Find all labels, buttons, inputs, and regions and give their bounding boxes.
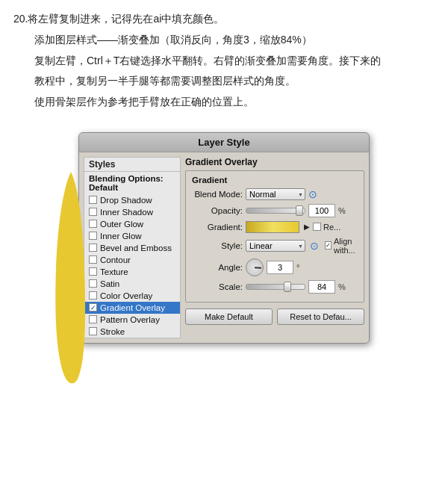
dialog-container: Layer Style Styles Blending Options: Def…: [78, 132, 370, 344]
blend-mode-select[interactable]: Normal: [246, 188, 305, 200]
make-default-button[interactable]: Make Default: [185, 309, 273, 325]
blend-mode-icon: ⊙: [308, 188, 317, 200]
blend-mode-label: Blend Mode:: [192, 190, 243, 199]
gradient-field-label: Gradient:: [192, 223, 243, 232]
align-checkbox[interactable]: ✓: [325, 241, 332, 249]
instructions-text: 20.将左臂复制进来，记得先在ai中填充颜色。 添加图层样式——渐变叠加（取消反…: [0, 0, 448, 122]
blend-mode-row: Blend Mode: Normal ⊙: [192, 188, 358, 200]
instruction-line-1: 20.将左臂复制进来，记得先在ai中填充颜色。: [13, 10, 435, 28]
instruction-line-3: 复制左臂，Ctrl＋T右键选择水平翻转。右臂的渐变叠加需要角度。接下来的: [13, 52, 435, 70]
angle-label: Angle:: [192, 263, 243, 272]
scale-row: Scale: %: [192, 280, 358, 294]
degree-symbol: °: [296, 263, 299, 272]
style-row: Style: Linear ⊙ ✓ Align with...: [192, 237, 358, 255]
align-label: Align with...: [334, 237, 358, 255]
scale-input[interactable]: [308, 280, 335, 294]
angle-input[interactable]: [267, 261, 293, 274]
blend-mode-select-wrap[interactable]: Normal: [246, 188, 305, 200]
gradient-row: Gradient: ▶ Re...: [192, 221, 358, 233]
align-check: ✓ Align with...: [325, 237, 358, 255]
button-row: Make Default Reset to Defau...: [185, 309, 364, 325]
reset-to-default-button[interactable]: Reset to Defau...: [277, 309, 364, 325]
angle-line: [255, 267, 261, 268]
opacity-input[interactable]: [308, 204, 335, 217]
scale-label: Scale:: [192, 282, 243, 291]
style-label: Style:: [192, 241, 243, 250]
arm-illustration: [41, 164, 101, 388]
dialog-title: Layer Style: [79, 133, 369, 152]
reverse-check: Re...: [313, 223, 340, 232]
scale-slider[interactable]: [246, 284, 305, 290]
opacity-label: Opacity:: [192, 206, 243, 215]
reverse-checkbox[interactable]: [313, 223, 321, 231]
gradient-swatch[interactable]: [246, 221, 299, 233]
right-panel: Gradient Overlay Gradient Blend Mode: No…: [185, 157, 364, 338]
gradient-arrow[interactable]: ▶: [304, 223, 310, 231]
angle-row: Angle: °: [192, 258, 358, 276]
gradient-label: Gradient: [192, 176, 358, 185]
style-icon: ⊙: [310, 240, 319, 252]
section-title: Gradient Overlay: [185, 157, 364, 167]
style-select[interactable]: Linear: [246, 240, 305, 252]
scale-percent: %: [338, 282, 346, 291]
dialog-body: Styles Blending Options: Default Drop Sh…: [79, 152, 369, 343]
opacity-slider[interactable]: [246, 208, 305, 214]
instruction-line-2: 添加图层样式——渐变叠加（取消反向，角度3，缩放84%）: [13, 31, 435, 49]
instruction-line-5: 使用骨架层作为参考把手臂放在正确的位置上。: [13, 93, 435, 111]
scale-thumb[interactable]: [284, 282, 291, 292]
style-select-wrap[interactable]: Linear: [246, 240, 305, 252]
opacity-percent: %: [338, 206, 346, 215]
reverse-label: Re...: [323, 223, 340, 232]
gradient-section: Gradient Blend Mode: Normal ⊙: [185, 170, 364, 303]
opacity-row: Opacity: %: [192, 204, 358, 217]
instruction-line-4: 教程中，复制另一半手腿等都需要调整图层样式的角度。: [13, 72, 435, 90]
angle-dial[interactable]: [246, 258, 264, 276]
opacity-thumb[interactable]: [296, 205, 303, 216]
